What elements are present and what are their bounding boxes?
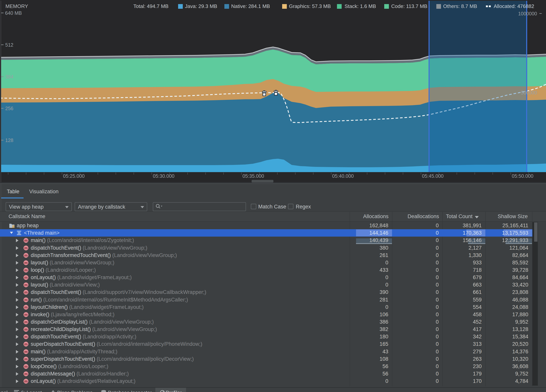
- svg-text:512: 512: [5, 42, 13, 48]
- svg-text:05:30.000: 05:30.000: [153, 173, 174, 179]
- svg-text:128: 128: [5, 138, 13, 143]
- svg-text:05:45.000: 05:45.000: [422, 173, 443, 179]
- svg-text:05:35.000: 05:35.000: [242, 173, 264, 179]
- svg-text:05:25.000: 05:25.000: [63, 173, 84, 179]
- svg-text:500000: 500000: [521, 90, 537, 95]
- svg-text:384: 384: [5, 74, 13, 79]
- svg-text:256: 256: [5, 106, 13, 111]
- svg-text:05:50.000: 05:50.000: [512, 173, 533, 179]
- svg-text:05:40.000: 05:40.000: [332, 173, 354, 179]
